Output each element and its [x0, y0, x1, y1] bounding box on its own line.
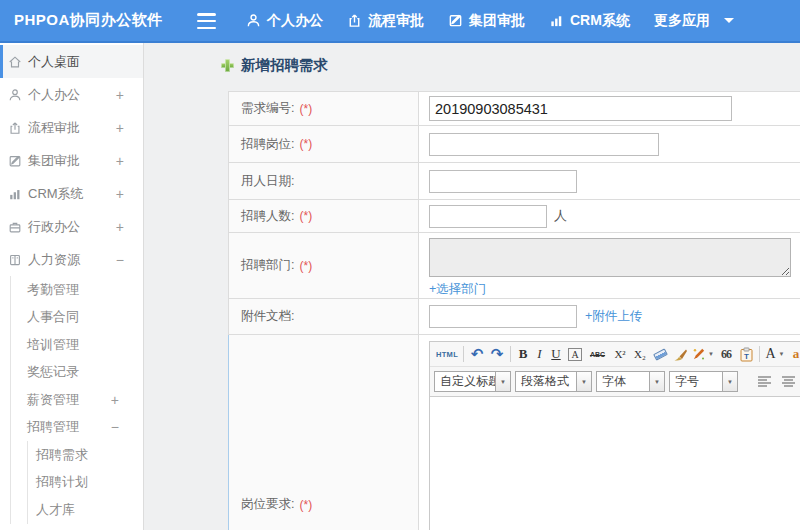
toolbar-separator	[463, 346, 464, 362]
field-label-text: 需求编号:	[241, 100, 294, 117]
sidebar-item-group-approval[interactable]: 集团审批 +	[0, 144, 143, 177]
caret-down-icon: ▼	[496, 371, 511, 392]
sidebar-item-talent-pool[interactable]: 人才库	[28, 496, 143, 524]
field-label-demand-no: 需求编号: (*)	[229, 92, 419, 125]
align-left-icon[interactable]	[752, 372, 776, 392]
heading-select-value: 自定义标题	[434, 371, 496, 392]
menu-toggle-icon[interactable]	[197, 13, 219, 29]
sidebar-item-training[interactable]: 培训管理	[11, 331, 143, 359]
home-icon	[8, 55, 22, 69]
person-icon	[8, 88, 22, 102]
toolbar-separator	[759, 346, 760, 362]
toolbar-separator	[510, 346, 511, 362]
nav-item-more-apps[interactable]: 更多应用	[654, 12, 734, 30]
nav-item-crm[interactable]: CRM系统	[549, 12, 630, 30]
form-row-position: 招聘岗位: (*)	[228, 126, 800, 163]
sidebar-item-hr[interactable]: 人力资源 −	[0, 243, 143, 276]
sidebar-item-hr-contract[interactable]: 人事合同	[11, 304, 143, 332]
field-label-text: 招聘人数:	[241, 208, 294, 225]
nav-item-label: CRM系统	[570, 12, 630, 30]
paste-text-icon[interactable]: T	[736, 344, 756, 364]
department-textarea[interactable]	[429, 238, 791, 277]
font-family-select[interactable]: 字体 ▼	[596, 371, 665, 392]
page-title: 新增招聘需求	[241, 56, 328, 75]
sidebar-item-recruit-demand[interactable]: 招聘需求	[28, 441, 143, 469]
sidebar-item-desktop[interactable]: 个人桌面	[0, 45, 143, 78]
sidebar: 个人桌面 个人办公 + 流程审批 + 集团审批 + CRM系统 + 行政办公 +	[0, 43, 144, 530]
expand-toggle[interactable]: +	[116, 186, 124, 202]
bold-button[interactable]: B	[514, 344, 532, 364]
field-label-hire-date: 用人日期:	[229, 163, 419, 199]
attachment-upload-link[interactable]: +附件上传	[585, 308, 642, 325]
strikethrough-button[interactable]: ABC	[585, 344, 610, 364]
eraser-icon[interactable]	[650, 344, 670, 364]
sidebar-item-label: 招聘管理	[27, 418, 79, 436]
italic-button[interactable]: I	[532, 344, 547, 364]
field-label-text: 岗位要求:	[241, 496, 294, 513]
required-mark: (*)	[299, 498, 312, 512]
superscript-button[interactable]: X²	[610, 344, 630, 364]
form-row-hire-date: 用人日期:	[228, 163, 800, 200]
sidebar-item-attendance[interactable]: 考勤管理	[11, 276, 143, 304]
headcount-unit: 人	[554, 207, 567, 225]
redo-icon[interactable]: ↷	[487, 344, 507, 364]
hire-date-input[interactable]	[429, 170, 577, 193]
editor-content-area[interactable]	[430, 397, 800, 530]
select-department-link[interactable]: +选择部门	[429, 281, 486, 298]
expand-toggle[interactable]: +	[116, 120, 124, 136]
demand-no-input[interactable]	[429, 96, 732, 121]
collapse-toggle[interactable]: −	[111, 419, 119, 435]
sidebar-item-salary[interactable]: 薪资管理 +	[11, 386, 143, 414]
sidebar-item-label: 招聘计划	[36, 473, 88, 491]
required-mark: (*)	[299, 102, 312, 116]
expand-toggle[interactable]: +	[116, 219, 124, 235]
required-mark: (*)	[299, 209, 312, 223]
expand-toggle[interactable]: +	[111, 392, 119, 408]
nav-item-flow-approval[interactable]: 流程审批	[347, 12, 424, 30]
format-brush-icon[interactable]	[670, 344, 690, 364]
underline-button[interactable]: U	[547, 344, 565, 364]
subscript-button[interactable]: X₂	[630, 344, 650, 364]
crm-chart-icon	[8, 187, 22, 201]
sidebar-item-label: 个人办公	[28, 86, 80, 104]
group-approval-icon	[448, 13, 463, 28]
sidebar-item-recruit-plan[interactable]: 招聘计划	[28, 469, 143, 497]
blockquote-button[interactable]: 66	[716, 344, 736, 364]
font-style-button[interactable]: A	[565, 344, 585, 364]
nav-item-personal-office[interactable]: 个人办公	[246, 12, 323, 30]
sidebar-item-label: 奖惩记录	[27, 363, 79, 381]
font-color-button[interactable]: A ▼	[763, 344, 787, 364]
form-row-demand-no: 需求编号: (*)	[228, 92, 800, 126]
caret-down-icon: ▼	[650, 371, 665, 392]
sidebar-item-recruitment[interactable]: 招聘管理 −	[11, 414, 143, 442]
sidebar-item-flow-approval[interactable]: 流程审批 +	[0, 111, 143, 144]
font-size-select[interactable]: 字号 ▼	[669, 371, 738, 392]
undo-icon[interactable]: ↶	[467, 344, 487, 364]
nav-item-group-approval[interactable]: 集团审批	[448, 12, 525, 30]
expand-toggle[interactable]: +	[116, 153, 124, 169]
position-input[interactable]	[429, 133, 659, 156]
paragraph-format-select[interactable]: 段落格式 ▼	[515, 371, 592, 392]
highlight-pen-icon[interactable]: ▼	[690, 344, 716, 364]
book-icon	[8, 253, 22, 267]
source-code-button[interactable]: HTML	[434, 344, 460, 364]
add-icon	[221, 59, 234, 72]
field-label-department: 招聘部门: (*)	[229, 233, 419, 298]
sidebar-item-crm[interactable]: CRM系统 +	[0, 177, 143, 210]
heading-select[interactable]: 自定义标题 ▼	[434, 371, 511, 392]
hr-submenu: 考勤管理 人事合同 培训管理 奖惩记录 薪资管理 + 招聘管理 − 招聘需求 招…	[10, 276, 143, 524]
attachment-input[interactable]	[429, 305, 577, 328]
collapse-toggle[interactable]: −	[116, 252, 124, 268]
sidebar-item-admin-office[interactable]: 行政办公 +	[0, 210, 143, 243]
sidebar-item-rewards[interactable]: 奖惩记录	[11, 359, 143, 387]
form-row-department: 招聘部门: (*) +选择部门	[228, 233, 800, 299]
sidebar-item-personal-office[interactable]: 个人办公 +	[0, 78, 143, 111]
background-color-button[interactable]: a	[787, 344, 800, 364]
field-label-position: 招聘岗位: (*)	[229, 126, 419, 162]
align-center-icon[interactable]	[776, 372, 800, 392]
headcount-input[interactable]	[429, 205, 547, 228]
expand-toggle[interactable]: +	[116, 87, 124, 103]
sidebar-item-label: 人事合同	[27, 308, 79, 326]
font-family-select-value: 字体	[596, 371, 650, 392]
caret-down-icon: ▼	[577, 371, 592, 392]
